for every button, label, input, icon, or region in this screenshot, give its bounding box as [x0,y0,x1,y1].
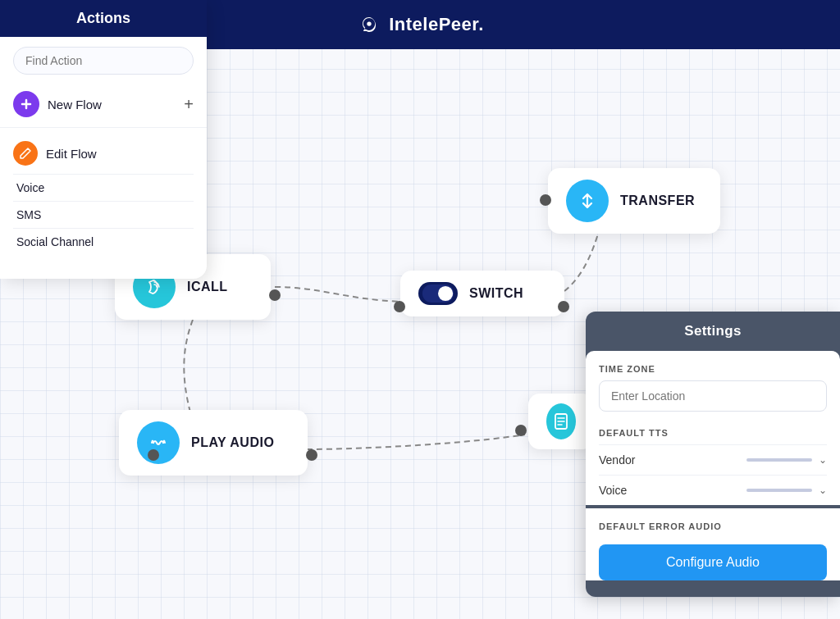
plus-circle-icon [19,97,34,112]
timezone-input[interactable] [599,380,827,412]
settings-panel: Settings TIME ZONE DEFAULT TTS Vendor ⌄ … [586,312,840,597]
partial-node-icon [546,403,576,439]
vendor-label: Vendor [599,453,635,467]
icall-phone-icon [143,275,166,298]
edit-flow-label: Edit Flow [46,147,97,161]
settings-body: TIME ZONE DEFAULT TTS Vendor ⌄ Voice ⌄ [586,351,840,505]
voice-chevron-down-icon: ⌄ [819,485,827,496]
switch-node[interactable]: SWITCH [400,271,564,316]
intelepeer-logo-icon [356,11,382,38]
transfer-arrows-icon [576,189,599,212]
connector-dot-playaudio-left [148,449,159,461]
transfer-node[interactable]: TRANSFER [548,168,720,234]
header-logo: IntelePeer. [356,11,484,38]
vendor-dropdown-bar [746,458,812,462]
transfer-icon-circle [566,180,609,222]
voice-dropdown-bar [746,489,812,492]
sidebar-section: Edit Flow Voice SMS Social Channel [0,128,207,258]
sidebar-search-container [0,37,207,84]
edit-flow-icon [13,141,38,166]
svg-point-2 [438,286,453,301]
new-flow-icon [13,91,39,117]
timezone-label: TIME ZONE [599,364,827,374]
svg-point-0 [368,21,372,25]
connector-dot-transfer-left [540,194,551,206]
play-audio-label: PLAY AUDIO [191,435,274,450]
transfer-label: TRANSFER [620,193,695,208]
voice-dropdown-row[interactable]: Voice ⌄ [599,475,827,505]
partial-node [528,394,594,449]
edit-icon [19,147,32,160]
default-error-audio-label: DEFAULT ERROR AUDIO [599,521,827,531]
switch-toggle-icon [418,282,458,305]
play-audio-node[interactable]: PLAY AUDIO [119,410,308,476]
settings-title: Settings [586,312,840,351]
connector-dot-switch-right [558,301,569,312]
vendor-dropdown-control[interactable]: ⌄ [746,454,827,466]
new-flow-label: New Flow [48,98,176,112]
sidebar-item-sms[interactable]: SMS [13,201,194,228]
connector-dot-switch-left [394,301,405,312]
vendor-chevron-down-icon: ⌄ [819,454,827,466]
icall-label: ICALL [187,280,228,294]
settings-footer: DEFAULT ERROR AUDIO Configure Audio [586,508,840,580]
new-flow-row[interactable]: New Flow + [0,84,207,128]
timezone-section: TIME ZONE [599,364,827,425]
find-action-input[interactable] [13,47,194,75]
switch-label: SWITCH [469,286,523,301]
connector-dot-icall-right [269,289,281,301]
logo-text: IntelePeer. [389,14,484,35]
connector-dot-playaudio-right [306,449,317,461]
sidebar-title: Actions [0,0,207,37]
vendor-dropdown-row[interactable]: Vendor ⌄ [599,444,827,475]
sidebar-item-social-channel[interactable]: Social Channel [13,228,194,255]
default-tts-section: DEFAULT TTS Vendor ⌄ Voice ⌄ [599,428,827,505]
toggle-switch-icon [422,283,454,304]
edit-flow-row[interactable]: Edit Flow [13,138,194,174]
sidebar-item-voice[interactable]: Voice [13,174,194,201]
sidebar: Actions New Flow + Edit Flow Voice SMS S… [0,0,207,279]
partial-node-doc-icon [551,412,571,431]
configure-audio-button[interactable]: Configure Audio [599,544,827,580]
voice-dropdown-control[interactable]: ⌄ [746,485,827,496]
voice-label: Voice [599,484,627,497]
connector-dot-partial [515,425,527,436]
new-flow-plus-button[interactable]: + [184,95,194,114]
default-tts-label: DEFAULT TTS [599,428,827,438]
